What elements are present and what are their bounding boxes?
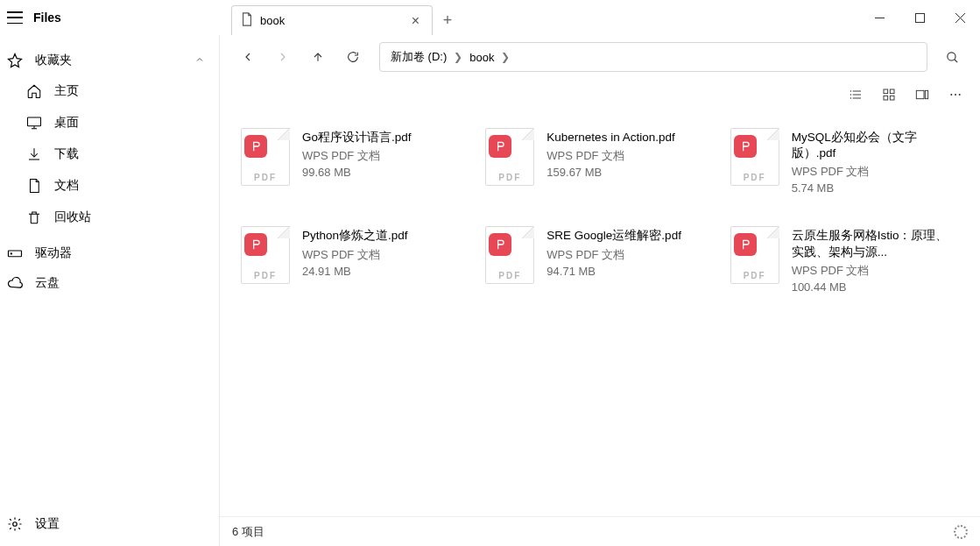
- sidebar-settings-label: 设置: [35, 516, 60, 532]
- file-name: Kubernetes in Action.pdf: [546, 130, 674, 145]
- view-list-button[interactable]: [843, 82, 868, 107]
- toolbar: 新加卷 (D:) ❯ book ❯: [220, 35, 980, 79]
- file-item[interactable]: PDF云原生服务网格Istio：原理、实践、架构与源...WPS PDF 文档1…: [727, 223, 962, 296]
- sidebar-item-recycle[interactable]: 回收站: [0, 202, 219, 233]
- back-button[interactable]: [232, 41, 264, 73]
- pdf-icon: PDF: [241, 226, 290, 284]
- sidebar-cloud-label: 云盘: [35, 275, 60, 291]
- chevron-up-icon: [194, 53, 205, 67]
- document-icon: [26, 178, 42, 194]
- file-type: WPS PDF 文档: [546, 247, 681, 263]
- svg-point-26: [950, 94, 952, 96]
- pdf-icon: PDF: [241, 128, 290, 186]
- close-button[interactable]: [940, 0, 980, 35]
- file-item[interactable]: PDFPython修炼之道.pdfWPS PDF 文档24.91 MB: [237, 223, 473, 296]
- file-type: WPS PDF 文档: [546, 148, 674, 164]
- sidebar-item-desktop[interactable]: 桌面: [0, 107, 219, 138]
- file-ext: PDF: [730, 173, 779, 182]
- refresh-button[interactable]: [337, 41, 369, 73]
- desktop-icon: [26, 115, 42, 131]
- file-name: Go程序设计语言.pdf: [302, 130, 412, 145]
- sidebar-item-downloads[interactable]: 下载: [0, 138, 219, 170]
- sidebar-cloud-header[interactable]: 云盘: [0, 268, 219, 298]
- sidebar-drives-header[interactable]: 驱动器: [0, 238, 219, 268]
- svg-point-12: [947, 52, 955, 60]
- svg-point-27: [955, 94, 956, 96]
- file-ext: PDF: [485, 271, 534, 280]
- file-ext: PDF: [241, 271, 290, 280]
- file-name: MySQL必知必会（文字版）.pdf: [792, 130, 959, 161]
- item-count: 6 项目: [232, 524, 264, 540]
- minimize-button[interactable]: [859, 0, 899, 35]
- file-meta: Go程序设计语言.pdfWPS PDF 文档99.68 MB: [302, 128, 412, 195]
- sidebar-item-label: 主页: [54, 83, 79, 99]
- file-name: 云原生服务网格Istio：原理、实践、架构与源...: [792, 228, 959, 259]
- drive-icon: [7, 245, 23, 261]
- file-type: WPS PDF 文档: [302, 247, 408, 263]
- svg-rect-25: [925, 90, 927, 98]
- window-controls: [859, 0, 980, 35]
- search-button[interactable]: [936, 41, 968, 73]
- titlebar: Files book × +: [0, 0, 980, 35]
- sidebar-settings[interactable]: 设置: [0, 509, 219, 539]
- sidebar-item-label: 桌面: [54, 115, 79, 131]
- view-options: [220, 79, 980, 110]
- file-size: 5.74 MB: [792, 181, 959, 195]
- new-tab-button[interactable]: +: [433, 5, 462, 35]
- file-meta: Python修炼之道.pdfWPS PDF 文档24.91 MB: [302, 226, 408, 293]
- svg-rect-1: [915, 13, 924, 22]
- svg-point-28: [959, 94, 961, 96]
- tab-close-button[interactable]: ×: [408, 13, 423, 29]
- trash-icon: [26, 209, 42, 225]
- chevron-right-icon: ❯: [501, 51, 510, 63]
- pdf-icon: PDF: [485, 128, 534, 186]
- svg-point-17: [850, 90, 851, 91]
- maximize-button[interactable]: [899, 0, 940, 35]
- file-size: 24.91 MB: [302, 265, 408, 278]
- chevron-right-icon: ❯: [454, 51, 462, 63]
- star-icon: [7, 53, 23, 68]
- svg-point-18: [850, 94, 851, 95]
- breadcrumb[interactable]: 新加卷 (D:) ❯ book ❯: [379, 42, 927, 72]
- tab-book[interactable]: book ×: [231, 5, 433, 35]
- file-item[interactable]: PDFSRE Google运维解密.pdfWPS PDF 文档94.71 MB: [482, 223, 717, 296]
- file-item[interactable]: PDFMySQL必知必会（文字版）.pdfWPS PDF 文档5.74 MB: [727, 124, 962, 198]
- statusbar: 6 项目: [220, 516, 980, 546]
- app-title: Files: [33, 11, 61, 25]
- home-icon: [26, 83, 42, 99]
- file-item[interactable]: PDFGo程序设计语言.pdfWPS PDF 文档99.68 MB: [237, 124, 473, 198]
- svg-rect-21: [890, 89, 894, 94]
- pdf-icon: PDF: [730, 226, 779, 284]
- sidebar-item-documents[interactable]: 文档: [0, 170, 219, 202]
- cloud-icon: [7, 275, 23, 291]
- file-meta: 云原生服务网格Istio：原理、实践、架构与源...WPS PDF 文档100.…: [792, 226, 959, 293]
- file-type: WPS PDF 文档: [302, 148, 412, 164]
- file-item[interactable]: PDFKubernetes in Action.pdfWPS PDF 文档159…: [482, 124, 717, 198]
- download-icon: [26, 146, 42, 162]
- sidebar-favorites-header[interactable]: 收藏夹: [0, 46, 219, 75]
- file-meta: SRE Google运维解密.pdfWPS PDF 文档94.71 MB: [546, 226, 681, 293]
- up-button[interactable]: [302, 41, 334, 73]
- file-name: SRE Google运维解密.pdf: [546, 228, 681, 244]
- pdf-icon: PDF: [485, 226, 534, 284]
- file-meta: Kubernetes in Action.pdfWPS PDF 文档159.67…: [546, 128, 674, 195]
- breadcrumb-root[interactable]: 新加卷 (D:): [389, 47, 448, 67]
- tab-label: book: [260, 14, 285, 27]
- file-ext: PDF: [241, 173, 290, 182]
- breadcrumb-folder[interactable]: book: [468, 49, 496, 66]
- forward-button[interactable]: [267, 41, 299, 73]
- view-preview-button[interactable]: [910, 82, 934, 107]
- svg-rect-22: [884, 96, 888, 100]
- loading-spinner-icon: [954, 525, 968, 539]
- file-size: 99.68 MB: [302, 166, 412, 179]
- sidebar-drives-label: 驱动器: [35, 245, 72, 261]
- svg-rect-4: [28, 117, 41, 126]
- svg-point-10: [11, 253, 11, 254]
- menu-icon[interactable]: [7, 11, 23, 24]
- file-size: 94.71 MB: [546, 265, 681, 278]
- view-grid-button[interactable]: [877, 82, 901, 107]
- file-size: 100.44 MB: [792, 280, 959, 294]
- sidebar-item-home[interactable]: 主页: [0, 75, 219, 107]
- more-options-button[interactable]: [943, 82, 968, 107]
- titlebar-left: Files: [0, 11, 219, 25]
